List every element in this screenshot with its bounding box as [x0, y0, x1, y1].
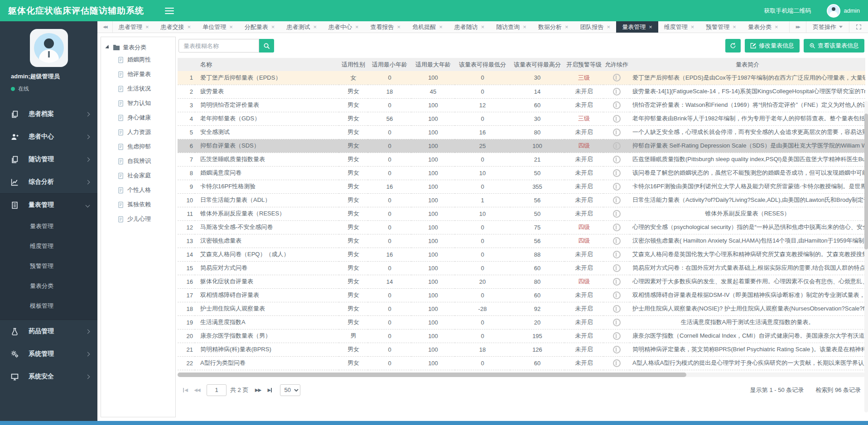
page-size-select[interactable]: 50 [280, 384, 300, 396]
table-row[interactable]: 16躯体化症状自评量表男女141002080四级心理因素对于大多数疾病的发生、发… [178, 275, 865, 288]
sidebar-subitem[interactable]: 量表管理 [0, 216, 97, 236]
prev-page-button[interactable]: ◀◀ [191, 384, 203, 396]
toggle-off-icon[interactable] [613, 169, 621, 177]
tree-item[interactable]: 社会家庭 [106, 168, 175, 183]
hamburger-menu-icon[interactable] [165, 6, 174, 16]
toggle-off-icon[interactable] [613, 74, 621, 81]
toggle-off-icon[interactable] [613, 237, 621, 245]
tab[interactable]: 患者管理× [113, 21, 155, 33]
search-button[interactable] [259, 39, 274, 53]
sidebar-item[interactable]: 综合分析 [0, 171, 97, 193]
toggle-off-icon[interactable] [613, 142, 621, 150]
tab-close-icon[interactable]: × [439, 24, 443, 30]
tab-operations-dropdown[interactable]: 页签操作 [806, 21, 849, 33]
table-row[interactable]: 13汉密顿焦虑量表男女0100056四级汉密尔顿焦虑量表( Hamilton A… [178, 234, 865, 248]
refresh-button[interactable] [725, 39, 741, 53]
toggle-off-icon[interactable] [613, 224, 621, 231]
tree-expander-icon[interactable] [105, 45, 110, 50]
tab[interactable]: 患者测试× [280, 21, 323, 33]
tab-close-icon[interactable]: × [649, 24, 652, 30]
edit-scale-button[interactable]: 修改量表信息 [745, 39, 800, 53]
toggle-off-icon[interactable] [613, 319, 621, 326]
tab[interactable]: 患者交接× [155, 21, 197, 33]
tab-close-icon[interactable]: × [145, 24, 149, 30]
tab-close-icon[interactable]: × [775, 24, 778, 30]
table-row[interactable]: 4老年抑郁量表（GDS）男女56100030三级老年抑郁量表由Brink等人于1… [178, 112, 865, 125]
tab[interactable]: 模板管理× [784, 21, 789, 33]
table-row[interactable]: 14艾森克人格问卷（EPQ）（成人）男女16100088未开启艾森克人格问卷是英… [178, 248, 865, 261]
tab[interactable]: 预警管理× [700, 21, 742, 33]
tab-close-icon[interactable]: × [523, 24, 526, 30]
sidebar-item[interactable]: 系统安全 [0, 365, 97, 388]
toggle-off-icon[interactable] [613, 305, 621, 313]
table-row[interactable]: 5安全感测试男女01001680未开启一个人缺乏安全感，心理成长就会停滞，而有安… [178, 125, 865, 139]
tab[interactable]: 数据分析× [532, 21, 574, 33]
sidebar-item[interactable]: 患者中心 [0, 125, 97, 148]
tree-item[interactable]: 焦虑抑郁 [106, 139, 175, 154]
tab-close-icon[interactable]: × [481, 24, 485, 30]
tree-item[interactable]: 生活状况 [106, 81, 175, 96]
tab[interactable]: 分配量表× [239, 21, 281, 33]
tab[interactable]: 量表管理× [616, 21, 658, 33]
sidebar-item[interactable]: 患者档案 [0, 103, 97, 125]
tree-item[interactable]: 婚姻两性 [106, 53, 175, 67]
table-row[interactable]: 1爱丁堡产后抑郁量表（EPDS）女0100030三级爱丁堡产后抑郁表（EPDS)… [178, 71, 865, 85]
table-row[interactable]: 2疲劳量表男女1845014未开启疲劳量表-14[1](FatigueScale… [178, 85, 865, 98]
table-row[interactable]: 22A型行为类型问卷男女0100060未开启A型人格或A型行为模式的提出是心理学… [178, 356, 865, 370]
toggle-off-icon[interactable] [613, 359, 621, 367]
tree-item[interactable]: 人力资源 [106, 125, 175, 139]
toggle-off-icon[interactable] [613, 129, 621, 136]
tab-close-icon[interactable]: × [188, 24, 191, 30]
user-avatar[interactable] [827, 4, 840, 18]
tree-item[interactable]: 智力认知 [106, 96, 175, 110]
toggle-off-icon[interactable] [613, 88, 621, 96]
toggle-off-icon[interactable] [613, 101, 621, 109]
tab-close-icon[interactable]: × [271, 24, 275, 30]
tab[interactable]: 查看报告× [365, 21, 407, 33]
tree-item[interactable]: 少儿心理 [106, 212, 175, 226]
table-row[interactable]: 7匹茨堡睡眠质量指数量表男女0100021未开启匹兹堡睡眠质量指数(Pittsb… [178, 153, 865, 166]
toggle-off-icon[interactable] [613, 291, 621, 299]
tab[interactable]: 维度管理× [658, 21, 700, 33]
table-row[interactable]: 8婚姻满意度问卷男女01001050未开启该问卷是了解您的婚姻状态的，虽然它不能… [178, 166, 865, 180]
sidebar-subitem[interactable]: 预警管理 [0, 256, 97, 276]
toggle-off-icon[interactable] [613, 332, 621, 340]
view-scale-button[interactable]: 查看该量表信息 [804, 39, 864, 53]
table-row[interactable]: 3简明惧怕否定评价量表男女01001260未开启惧怕否定评价量表：Watson和… [178, 98, 865, 112]
sidebar-item[interactable]: 量表管理 [0, 194, 97, 216]
toggle-off-icon[interactable] [613, 346, 621, 353]
tree-item[interactable]: 身心健康 [106, 110, 175, 125]
vertical-scrollbar[interactable] [864, 101, 868, 412]
search-input[interactable] [178, 39, 259, 53]
sidebar-item[interactable]: 随访管理 [0, 148, 97, 171]
page-number-input[interactable] [207, 384, 227, 396]
tab[interactable]: 患者中心× [323, 21, 365, 33]
table-row[interactable]: 17双相情感障碍自评量表男女0100060未开启双相情感障碍自评量表是根据DSM… [178, 288, 865, 302]
table-row[interactable]: 6抑郁自评量表（SDS）男女010025100四级抑郁自评量表 Self-Rat… [178, 139, 865, 153]
last-page-button[interactable]: ▶ [264, 384, 275, 396]
vertical-scrollbar-thumb[interactable] [864, 114, 868, 249]
tree-item[interactable]: 孤独依赖 [106, 197, 175, 212]
sidebar-item[interactable]: 药品管理 [0, 320, 97, 343]
tab-close-icon[interactable]: × [691, 24, 694, 30]
tab-close-icon[interactable]: × [229, 24, 233, 30]
tabs-scroll-right-icon[interactable]: ▶▶ [789, 21, 806, 33]
tab[interactable]: 患者随访× [448, 21, 491, 33]
table-row[interactable]: 11锥体外系副反应量表（RESES）男女01001050未开启锥体外系副反应量表… [178, 207, 865, 220]
tab-close-icon[interactable]: × [313, 24, 317, 30]
toggle-off-icon[interactable] [613, 278, 621, 286]
horizontal-scrollbar-thumb[interactable] [178, 372, 686, 377]
table-row[interactable]: 15简易应对方式问卷男女0100060未开启简易应对方式问卷：在国外应对方式量表… [178, 261, 865, 275]
table-row[interactable]: 18护士用住院病人观察量表男女0100-2892未开启护士用住院病人观察量表(N… [178, 302, 865, 315]
qr-code-link[interactable]: 获取手机端二维码 [764, 7, 811, 15]
tree-item[interactable]: 自我辨识 [106, 154, 175, 168]
horizontal-scrollbar[interactable] [178, 372, 865, 377]
tab-close-icon[interactable]: × [355, 24, 359, 30]
tab-close-icon[interactable]: × [733, 24, 736, 30]
profile-avatar[interactable] [30, 29, 68, 67]
toggle-off-icon[interactable] [613, 183, 621, 191]
toggle-off-icon[interactable] [613, 156, 621, 163]
sidebar-subitem[interactable]: 量表分类 [0, 276, 97, 296]
next-page-button[interactable]: ▶▶ [252, 384, 264, 396]
tabs-scroll-left-icon[interactable]: ◀◀ [97, 21, 113, 33]
